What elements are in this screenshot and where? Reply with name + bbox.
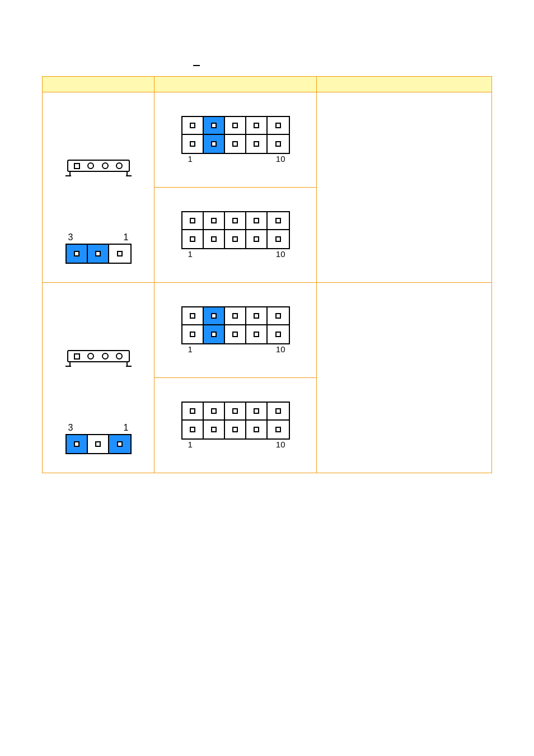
row-right-cell [317,92,492,283]
map-label-left: 1 [188,440,193,449]
square-icon [74,353,80,360]
tile-label-right: 1 [124,232,129,242]
map-label-left: 1 [188,344,193,354]
table-header-3 [317,77,492,92]
circle-icon [102,353,109,360]
map-label-right: 10 [276,249,285,259]
square-icon [74,163,80,169]
map-grid [181,116,290,154]
shelf-icon [67,350,130,367]
map-label-right: 10 [276,440,285,449]
table-header-2 [154,77,317,92]
tile-labels: 3 1 [65,423,132,434]
tile-label-left: 3 [68,232,73,242]
circle-icon [102,162,109,169]
decorative-dash [193,65,200,66]
map-grid [181,306,290,344]
map-label-right: 10 [276,154,285,164]
row-right-cell [317,283,492,473]
map-label-left: 1 [188,249,193,259]
table-header-1 [43,77,154,92]
map-grid [181,402,290,440]
layout-table: 3 1 [42,76,492,473]
map-grid [181,211,290,249]
map-cell: 1 10 [154,92,317,188]
circle-icon [87,162,94,169]
circle-icon [116,353,123,360]
map-cell: 1 10 [154,188,317,283]
map-label-right: 10 [276,344,285,354]
row-left-cell: 3 1 [43,92,154,283]
tile-row [65,434,132,454]
shelf-icon [67,160,130,176]
circle-icon [87,353,94,360]
map-cell: 1 10 [154,378,317,473]
circle-icon [116,162,123,169]
map-cell: 1 10 [154,283,317,378]
tile-label-left: 3 [68,423,73,433]
tile-label-right: 1 [124,423,129,433]
map-label-left: 1 [188,154,193,164]
tile-row [65,244,132,264]
tile-labels: 3 1 [65,232,132,244]
row-left-cell: 3 1 [43,283,154,473]
